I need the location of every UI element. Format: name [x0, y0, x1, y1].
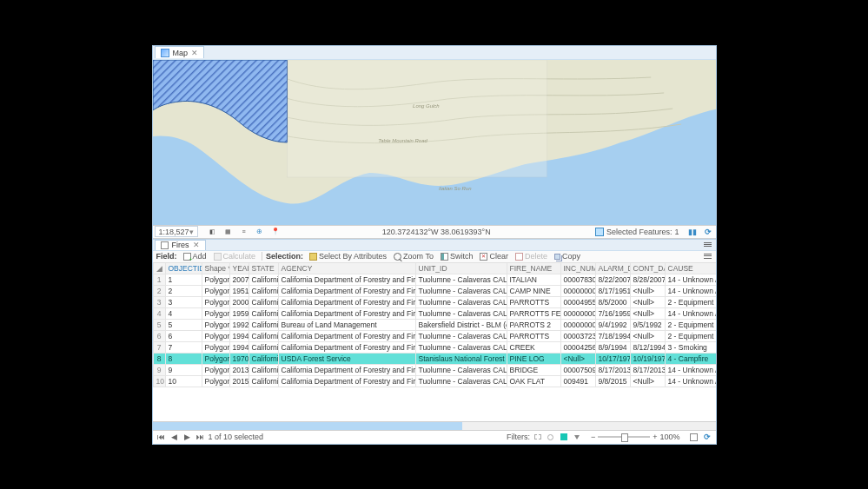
cell-objectid[interactable]: 7	[165, 341, 202, 353]
cell-alarm_date[interactable]: 8/5/2000	[595, 296, 630, 307]
clear-selection-button[interactable]: Clear	[477, 251, 511, 261]
cell-state[interactable]: California	[248, 364, 278, 375]
cell-objectid[interactable]: 3	[165, 296, 202, 307]
cell-agency[interactable]: California Department of Forestry and Fi…	[278, 296, 415, 307]
cell-inc_num[interactable]: 00000000	[560, 307, 595, 319]
row-index[interactable]: 5	[153, 319, 165, 330]
snap-button[interactable]: ⊕	[254, 226, 266, 238]
last-record-button[interactable]: ⏭	[195, 432, 206, 442]
column-header-alarm_date[interactable]: ALARM_DATE	[595, 263, 630, 274]
cell-agency[interactable]: Bureau of Land Management	[278, 319, 415, 330]
table-row[interactable]: 11Polygon2007CaliforniaCalifornia Depart…	[153, 274, 716, 285]
cell-state[interactable]: California	[248, 274, 278, 285]
cell-alarm_date[interactable]: 7/18/1994	[595, 330, 630, 341]
cell-fire_name[interactable]: PINE LOG	[507, 353, 560, 364]
cell-agency[interactable]: California Department of Forestry and Fi…	[278, 341, 415, 353]
cell-objectid[interactable]: 4	[165, 307, 202, 319]
refresh-button[interactable]: ⟳	[702, 226, 714, 238]
cell-cont_date[interactable]: 8/12/1994	[630, 341, 665, 353]
switch-selection-button[interactable]: Switch	[438, 251, 476, 261]
cell-inc_num[interactable]: 009491	[560, 375, 595, 387]
cell-year[interactable]: 2015	[229, 375, 248, 387]
cell-inc_num[interactable]: 00000000	[560, 285, 595, 296]
table-options-button[interactable]	[703, 252, 712, 261]
pause-button[interactable]: ▮▮	[686, 226, 699, 238]
table-row[interactable]: 33Polygon2000CaliforniaCalifornia Depart…	[153, 296, 716, 307]
cell-inc_num[interactable]: 00004256	[560, 341, 595, 353]
cell-year[interactable]: 2007	[229, 274, 248, 285]
refresh-table-button[interactable]: ⟳	[702, 432, 712, 442]
cell-state[interactable]: California	[248, 341, 278, 353]
cell-state[interactable]: California	[248, 296, 278, 307]
cell-cause[interactable]: 2 - Equipment Use	[665, 319, 716, 330]
table-menu-button[interactable]	[703, 240, 712, 249]
table-row[interactable]: 22Polygon1951CaliforniaCalifornia Depart…	[153, 285, 716, 296]
cell-unit_id[interactable]: Tuolumne - Calaveras CAL FIRE	[415, 375, 507, 387]
next-record-button[interactable]: ▶	[182, 432, 193, 442]
cell-state[interactable]: California	[248, 307, 278, 319]
table-row[interactable]: 55Polygon1992CaliforniaBureau of Land Ma…	[153, 319, 716, 330]
prev-record-button[interactable]: ◀	[169, 432, 180, 442]
column-header-fire_name[interactable]: FIRE_NAME	[507, 263, 560, 274]
cell-agency[interactable]: California Department of Forestry and Fi…	[278, 285, 415, 296]
cell-cause[interactable]: 2 - Equipment Use	[665, 330, 716, 341]
cell-cont_date[interactable]: 9/5/1992	[630, 319, 665, 330]
row-index[interactable]: 6	[153, 330, 165, 341]
cell-objectid[interactable]: 1	[165, 274, 202, 285]
filter-funnel-button[interactable]	[572, 432, 582, 442]
cell-inc_num[interactable]: 00004955	[560, 296, 595, 307]
zoom-slider[interactable]	[598, 436, 650, 438]
cell-shape[interactable]: Polygon	[202, 375, 229, 387]
cell-fire_name[interactable]: PARROTTS	[507, 330, 560, 341]
cell-agency[interactable]: California Department of Forestry and Fi…	[278, 307, 415, 319]
map-tab[interactable]: Map ✕	[155, 46, 205, 58]
cell-fire_name[interactable]: BRIDGE	[507, 364, 560, 375]
cell-shape[interactable]: Polygon	[202, 330, 229, 341]
cell-unit_id[interactable]: Stanislaus National Forest	[415, 353, 507, 364]
cell-state[interactable]: California	[248, 285, 278, 296]
cell-cont_date[interactable]: <Null>	[630, 296, 665, 307]
cell-cause[interactable]: 3 - Smoking	[665, 341, 716, 353]
cell-unit_id[interactable]: Tuolumne - Calaveras CAL FIRE	[415, 274, 507, 285]
constraint-button[interactable]: ◧	[207, 226, 219, 238]
cell-year[interactable]: 1959	[229, 307, 248, 319]
row-index[interactable]: 4	[153, 307, 165, 319]
scrollbar-thumb[interactable]	[153, 422, 462, 430]
cell-objectid[interactable]: 8	[165, 353, 202, 364]
cell-year[interactable]: 2013	[229, 364, 248, 375]
cell-alarm_date[interactable]: 9/8/2015	[595, 375, 630, 387]
cell-agency[interactable]: USDA Forest Service	[278, 353, 415, 364]
table-row[interactable]: 44Polygon1959CaliforniaCalifornia Depart…	[153, 307, 716, 319]
cell-shape[interactable]: Polygon	[202, 307, 229, 319]
column-header-agency[interactable]: AGENCY	[278, 263, 415, 274]
cell-inc_num[interactable]: 00003723	[560, 330, 595, 341]
cell-year[interactable]: 1970	[229, 353, 248, 364]
cell-year[interactable]: 1994	[229, 341, 248, 353]
slider-plus[interactable]: +	[653, 433, 657, 441]
cell-inc_num[interactable]: 00007830	[560, 274, 595, 285]
slider-minus[interactable]: −	[591, 433, 595, 441]
cell-shape[interactable]: Polygon	[202, 285, 229, 296]
cell-unit_id[interactable]: Bakersfield District - BLM (old)	[415, 319, 507, 330]
cell-agency[interactable]: California Department of Forestry and Fi…	[278, 330, 415, 341]
row-index[interactable]: 9	[153, 364, 165, 375]
cell-objectid[interactable]: 6	[165, 330, 202, 341]
row-index[interactable]: 8	[153, 353, 165, 364]
row-index[interactable]: 2	[153, 285, 165, 296]
cell-inc_num[interactable]: 00007509	[560, 364, 595, 375]
cell-alarm_date[interactable]: 9/4/1992	[595, 319, 630, 330]
cell-cause[interactable]: 14 - Unknown / Unide	[665, 285, 716, 296]
cell-year[interactable]: 1994	[229, 330, 248, 341]
cell-unit_id[interactable]: Tuolumne - Calaveras CAL FIRE	[415, 341, 507, 353]
cell-cause[interactable]: 4 - Campfire	[665, 353, 716, 364]
cell-cont_date[interactable]: 10/19/1970	[630, 353, 665, 364]
cell-shape[interactable]: Polygon	[202, 319, 229, 330]
cell-agency[interactable]: California Department of Forestry and Fi…	[278, 364, 415, 375]
filter-time-button[interactable]	[546, 432, 556, 442]
column-header-year[interactable]: YEAR_	[229, 263, 248, 274]
cell-shape[interactable]: Polygon	[202, 353, 229, 364]
cell-year[interactable]: 2000	[229, 296, 248, 307]
cell-cont_date[interactable]: <Null>	[630, 307, 665, 319]
cell-state[interactable]: California	[248, 330, 278, 341]
table-row[interactable]: 77Polygon1994CaliforniaCalifornia Depart…	[153, 341, 716, 353]
